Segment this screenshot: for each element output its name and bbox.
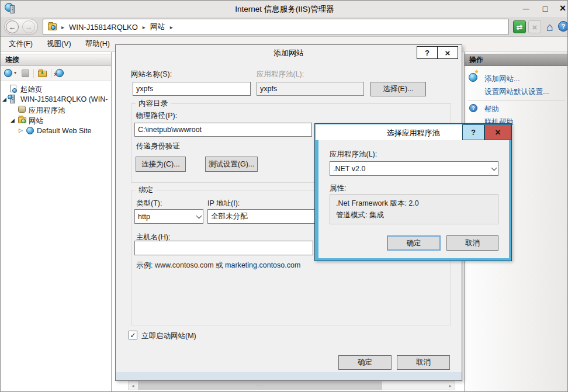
- forward-button[interactable]: →: [22, 20, 35, 33]
- help-button[interactable]: ?: [558, 21, 568, 32]
- tree-item-app-pools[interactable]: 应用程序池: [1, 105, 111, 115]
- forward-icon: →: [25, 23, 33, 32]
- grip-icon: ···: [257, 383, 264, 388]
- pool-dialog-close-button[interactable]: ×: [484, 124, 511, 140]
- connect-as-button[interactable]: 连接为(C)...: [136, 157, 186, 172]
- connections-header: 连接: [1, 54, 111, 66]
- pool-label: 应用程序池(L):: [330, 150, 377, 159]
- passthrough-auth-label: 传递身份验证: [136, 141, 180, 151]
- action-help[interactable]: 帮助: [484, 105, 499, 115]
- horizontal-scrollbar[interactable]: ◂ ··· ▸: [128, 381, 455, 390]
- breadcrumb[interactable]: ▸ WIN-J15814RQLKO ▸ 网站 ▸: [43, 19, 509, 35]
- host-name-input[interactable]: [134, 241, 313, 255]
- back-button[interactable]: ←: [6, 20, 19, 33]
- menu-file[interactable]: 文件(F): [9, 39, 33, 49]
- home-button[interactable]: ⌂: [543, 20, 556, 34]
- pool-dialog-body: 应用程序池(L): .NET v2.0 属性: .Net Framework 版…: [318, 140, 509, 258]
- chevron-down-icon: [491, 165, 497, 171]
- dialog-footer-strip: [116, 372, 462, 380]
- connections-toolbar: ▾ ▴ ×: [1, 66, 111, 81]
- menu-view[interactable]: 视图(V): [47, 39, 71, 49]
- breadcrumb-sep-icon: ▸: [170, 24, 173, 30]
- actions-divider: [468, 100, 565, 100]
- pool-ok-button[interactable]: 确定: [387, 235, 441, 251]
- close-button[interactable]: ×: [556, 2, 568, 14]
- ip-address-label: IP 地址(I):: [207, 199, 240, 209]
- app-pool-select[interactable]: .NET v2.0: [330, 161, 498, 176]
- refresh-icon: ⇄: [517, 23, 523, 32]
- expanded-arrow-icon[interactable]: ◢: [2, 96, 6, 102]
- minimize-button[interactable]: ─: [519, 3, 532, 14]
- breadcrumb-sep-icon: ▸: [143, 24, 146, 30]
- up-level-icon[interactable]: ▴: [38, 71, 47, 77]
- site-folder-icon: [48, 23, 57, 30]
- physical-path-input[interactable]: [134, 123, 312, 137]
- scroll-thumb[interactable]: ···: [138, 381, 382, 390]
- pool-dialog-help-button[interactable]: ?: [462, 124, 484, 140]
- app-pool-input: [257, 82, 364, 96]
- start-site-checkbox[interactable]: ✓: [129, 331, 137, 339]
- binding-group-label: 绑定: [136, 185, 156, 195]
- scroll-left-button[interactable]: ◂: [129, 381, 137, 390]
- close-icon: ×: [445, 48, 451, 58]
- new-connection-dropdown-icon[interactable]: ▾: [14, 70, 16, 75]
- add-site-dialog-titlebar[interactable]: 添加网站 ? ×: [116, 45, 462, 60]
- tree-item-start-page[interactable]: 起始页: [1, 84, 111, 94]
- action-set-site-defaults[interactable]: 设置网站默认设置...: [484, 87, 549, 97]
- property-framework-version: .Net Framework 版本: 2.0: [336, 199, 492, 209]
- breadcrumb-server[interactable]: WIN-J15814RQLKO: [69, 23, 138, 32]
- connections-title: 连接: [5, 55, 19, 65]
- breadcrumb-section[interactable]: 网站: [150, 22, 165, 32]
- save-icon: [22, 70, 29, 77]
- tree-item-label[interactable]: Default Web Site: [37, 127, 92, 135]
- stop-icon: ×: [532, 22, 538, 32]
- add-site-cancel-button[interactable]: 取消: [397, 355, 450, 370]
- help-icon: ?: [471, 128, 476, 137]
- expanded-arrow-icon[interactable]: ◢: [11, 117, 15, 123]
- site-name-input[interactable]: [133, 82, 251, 96]
- select-app-pool-button[interactable]: 选择(E)...: [370, 82, 426, 96]
- title-bar: Internet 信息服务(IIS)管理器 ─ □ ×: [1, 1, 568, 17]
- property-pipeline-mode: 管道模式: 集成: [336, 210, 492, 220]
- iis-manager-window: Internet 信息服务(IIS)管理器 ─ □ × ← → ▸ WIN-J1…: [0, 0, 568, 392]
- collapsed-arrow-icon[interactable]: ▷: [19, 127, 23, 133]
- sites-folder-icon: [18, 117, 26, 123]
- tree-item-sites[interactable]: ◢ 网站: [1, 115, 111, 126]
- tree-item-default-web-site[interactable]: ▷ Default Web Site: [1, 126, 111, 136]
- action-add-site[interactable]: 添加网站...: [484, 74, 519, 84]
- nav-buttons: ← →: [4, 19, 38, 35]
- app-pool-label: 应用程序池(L):: [257, 70, 304, 79]
- host-name-example: 示例: www.contoso.com 或 marketing.contoso.…: [136, 261, 300, 270]
- menu-help[interactable]: 帮助(H): [85, 39, 110, 49]
- actions-header: 操作: [465, 54, 568, 66]
- test-settings-button[interactable]: 测试设置(G)...: [205, 157, 258, 172]
- pool-cancel-button[interactable]: 取消: [446, 235, 498, 251]
- type-select[interactable]: http: [134, 209, 203, 224]
- select-app-pool-dialog: 选择应用程序池 ? × 应用程序池(L): .NET v2.0 属性: .Net…: [314, 123, 512, 261]
- help-circle-icon: ?: [469, 104, 477, 112]
- properties-label: 属性:: [330, 183, 346, 193]
- dialog-help-button[interactable]: ?: [417, 46, 438, 59]
- back-icon: ←: [9, 23, 16, 32]
- properties-box: .Net Framework 版本: 2.0 管道模式: 集成: [330, 194, 498, 224]
- maximize-icon: □: [543, 4, 548, 13]
- type-label: 类型(T):: [136, 199, 162, 209]
- new-connection-icon[interactable]: [4, 69, 12, 77]
- tree-item-label[interactable]: 网站: [29, 116, 43, 126]
- close-icon: ×: [495, 127, 500, 138]
- tree-item-server[interactable]: ◢ WIN-J15814RQLKO (WIN-: [1, 94, 111, 105]
- home-icon: ⌂: [546, 20, 553, 34]
- maximize-button[interactable]: □: [539, 3, 552, 14]
- window-title: Internet 信息服务(IIS)管理器: [1, 4, 568, 15]
- tree-item-label[interactable]: WIN-J15814RQLKO (WIN-: [20, 95, 110, 103]
- scroll-left-icon: ◂: [131, 383, 134, 388]
- tree-item-label[interactable]: 应用程序池: [29, 106, 65, 116]
- check-icon: ✓: [130, 332, 136, 339]
- breadcrumb-sep-icon: ▸: [61, 24, 64, 30]
- add-site-ok-button[interactable]: 确定: [338, 355, 392, 370]
- scroll-right-button[interactable]: ▸: [446, 381, 455, 390]
- dialog-close-button[interactable]: ×: [437, 46, 458, 59]
- refresh-button[interactable]: ⇄: [513, 20, 526, 33]
- tree-item-label[interactable]: 起始页: [20, 85, 43, 95]
- start-site-checkbox-label[interactable]: 立即启动网站(M): [141, 331, 196, 341]
